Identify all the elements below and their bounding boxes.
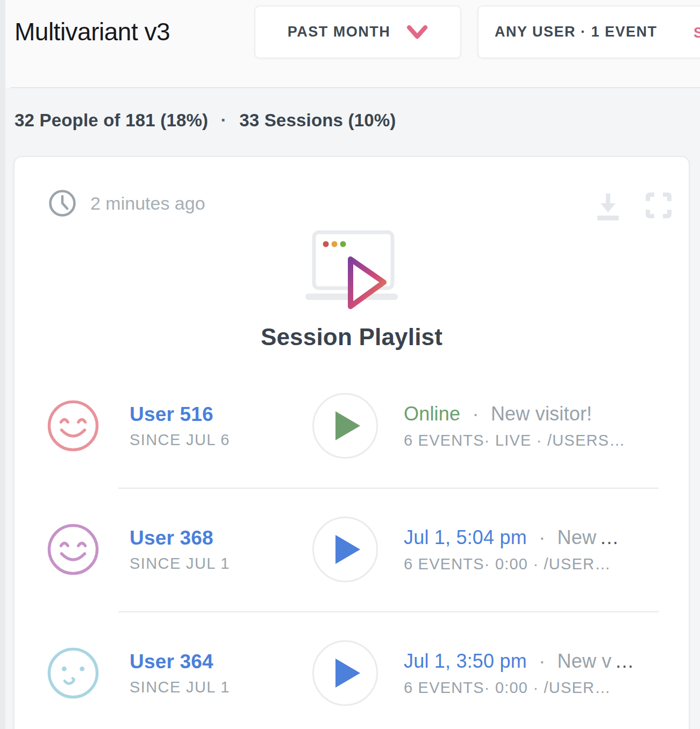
page-title: Multivariant v3 [15, 17, 170, 46]
play-button[interactable] [312, 517, 378, 582]
header: Multivariant v3 PAST MONTH ANY USER · 1 … [0, 0, 700, 88]
session-list: User 516 SINCE JUL 6 Online · New visito… [15, 364, 689, 729]
play-icon [335, 535, 360, 564]
left-panel-edge [0, 0, 5, 729]
session-ellipsis: … [615, 650, 634, 672]
stats-bar: 32 People of 181 (18%) · 33 Sessions (10… [0, 88, 700, 156]
play-button[interactable] [312, 393, 378, 459]
session-secondary: New [558, 526, 597, 548]
session-secondary: New v [558, 650, 612, 672]
session-separator: · [539, 526, 545, 548]
stats-separator: · [221, 110, 227, 130]
session-primary[interactable]: Online [404, 403, 460, 425]
user-since: SINCE JUL 1 [130, 678, 285, 696]
session-detail: 6 EVENTS· 0:00 · /USER… [404, 679, 689, 697]
people-stat: 32 People of 181 (18%) [15, 110, 208, 130]
session-row: User 368 SINCE JUL 1 Jul 1, 5:04 pm · Ne… [15, 488, 689, 611]
session-row: User 364 SINCE JUL 1 Jul 1, 3:50 pm · Ne… [15, 611, 689, 729]
user-avatar-icon [47, 647, 99, 699]
updated-timestamp: 2 minutes ago [90, 193, 205, 214]
session-secondary: New visitor! [491, 403, 592, 425]
session-separator: · [472, 403, 478, 425]
play-button[interactable] [312, 640, 378, 706]
user-avatar-icon [47, 399, 99, 452]
session-ellipsis: … [599, 526, 619, 548]
download-icon[interactable] [593, 190, 623, 220]
fullscreen-icon[interactable] [645, 191, 673, 219]
session-playlist-card: 2 minutes ago [13, 156, 690, 729]
user-link[interactable]: User 368 [130, 527, 285, 549]
session-primary[interactable]: Jul 1, 5:04 pm [404, 526, 527, 548]
chevron-down-icon [406, 25, 428, 40]
session-row: User 516 SINCE JUL 6 Online · New visito… [15, 364, 689, 488]
play-icon [335, 411, 360, 440]
card-title: Session Playlist [15, 324, 689, 351]
user-since: SINCE JUL 6 [130, 431, 285, 449]
date-range-label: PAST MONTH [288, 24, 391, 40]
video-player-icon [299, 228, 406, 325]
session-separator: · [539, 650, 545, 672]
clipped-filter-text: S [694, 25, 700, 41]
user-since: SINCE JUL 1 [130, 555, 285, 573]
play-icon [335, 659, 360, 688]
session-detail: 6 EVENTS· LIVE · /USERS… [404, 432, 689, 449]
user-event-filter-button[interactable]: ANY USER · 1 EVENT S [477, 5, 700, 59]
clock-icon [48, 189, 76, 217]
filter-label: ANY USER · 1 EVENT [495, 24, 658, 40]
user-avatar-icon [47, 523, 99, 576]
user-link[interactable]: User 516 [130, 403, 285, 426]
session-detail: 6 EVENTS· 0:00 · /USER… [404, 555, 689, 573]
session-primary[interactable]: Jul 1, 3:50 pm [404, 650, 527, 672]
user-link[interactable]: User 364 [130, 651, 285, 673]
sessions-stat: 33 Sessions (10%) [239, 110, 396, 130]
date-range-button[interactable]: PAST MONTH [254, 5, 461, 59]
